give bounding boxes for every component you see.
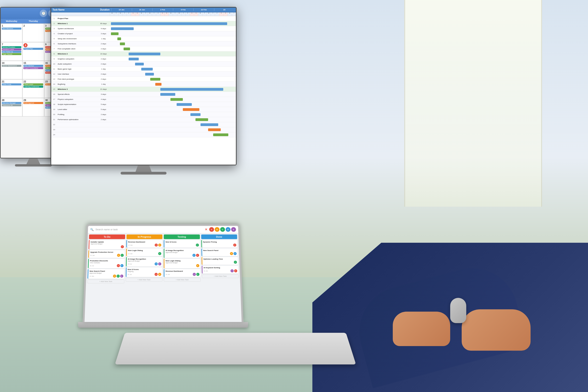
day-num-22: 22 [24,80,43,83]
card-avatar: E [158,262,162,266]
row-name: First client prototype [57,78,97,80]
kanban-card[interactable]: New Login Dialog Approved Budget B [164,259,200,268]
gantt-row: 9 Graphics subsystem 2 days [51,56,236,62]
avatar-3[interactable]: C [220,227,225,232]
cal-day-8: 8 Project Plan [22,42,44,61]
kanban-card[interactable]: Promotion Discounts View Subtasks 31 Jul… [88,259,125,268]
avatar-1[interactable]: A [209,227,214,232]
cal-event[interactable]: Learning Conference [24,86,43,88]
kanban-card[interactable]: New UI Icons Ongoing 31 Jul A B [126,267,162,277]
kanban-card[interactable]: Revenue Dashboard 31 Jul E C [164,269,200,277]
row-num: 13 [51,78,57,80]
row-chart [110,87,236,92]
clock-icon: 🕐 [40,10,47,17]
row-dur: 5 days [97,103,110,106]
cal-event[interactable]: Project Plan [24,48,43,50]
row-name: Milestone 3 [57,88,97,90]
row-num: 7 [51,48,57,50]
day-num-21: 21 [2,80,21,83]
gantt-row: 21 Performance optimization 2 days [51,117,236,122]
kanban-card[interactable]: AI Image Recognition Approved Budget 15 … [126,257,162,266]
kanban-card[interactable]: New UI Icons C [164,240,200,248]
row-dur: 2 days [97,43,110,45]
card-subtitle: Approved Budget [90,272,123,274]
todo-header: To Do [89,234,125,239]
card-footer: A [90,245,124,248]
gantt-row: 17 Physics subsystem 4 days [51,97,236,102]
kanban-card[interactable]: AI Keyword Sorting 31 Jul E A [202,266,238,274]
cal-event[interactable]: New Milestone [2,28,21,30]
card-title: AI Image Recognition [166,250,199,252]
card-title: Installer Update [90,241,124,243]
cal-event[interactable]: Build Approve [24,102,43,104]
cal-event[interactable]: Order Prints [2,83,21,86]
card-subtitle: Approved Budget [128,260,161,262]
cal-event[interactable]: Dev Follow Up [2,51,21,53]
cal-event[interactable]: Client Lunch [24,83,43,86]
card-footer: 12 Jan A B [128,244,161,247]
row-dur: 3 days [97,32,110,35]
laptop-screen: 🔍 Search name or task ✕ A B C D E [84,226,242,322]
card-avatar: B [113,275,116,278]
kanban-col-todo: To Do Installer Update Approved Budget A [86,234,125,320]
card-avatar: B [230,252,233,255]
row-chart [110,36,236,41]
avatar-2[interactable]: B [214,227,220,232]
card-avatar: B [158,244,162,247]
cal-event[interactable]: Server Maintenance [2,65,21,67]
kanban-card[interactable]: New Search Panel Approved Budget 12 Jan … [88,269,124,279]
row-num: 9 [51,58,57,60]
row-name: Performance optimization [57,118,97,120]
cal-event[interactable]: Service Providers [2,46,21,48]
card-date: 31 Jan [90,254,95,256]
row-chart [110,97,236,102]
gantt-row: 8 Milestone 2 10 days [51,52,236,56]
laptop: 🔍 Search name or task ✕ A B C D E [83,219,244,328]
card-avatars: A B [154,244,161,247]
kanban-card[interactable]: AI Image Recognition Approved Budget D A [164,248,200,258]
add-task-todo[interactable]: + Add New Task [87,280,124,284]
card-title: New Search Panel [203,250,236,252]
card-title: New Login Dialog [128,250,161,252]
row-chart [110,31,236,36]
gantt-row: 16 Special effects 3 days [51,92,236,97]
row-name: System architecture [57,28,97,30]
search-input[interactable]: Search name or task [95,228,203,231]
add-task-testing[interactable]: + Add New Task [164,278,200,282]
card-avatar: A [233,244,236,247]
row-name: Basic game logic [57,68,97,70]
cal-event[interactable]: Investors Lunch [2,48,21,50]
kanban-card[interactable]: Upgrade Production Server 31 Jan B C [88,250,125,258]
avatar-5[interactable]: E [231,227,236,232]
kanban-card[interactable]: Dynamic Pricing A [201,240,238,248]
cal-event[interactable]: Yoga Classes [2,53,21,55]
card-footer: 12 Jan B C E [89,275,123,278]
kanban-card[interactable]: New Login Dialog 12 Jan C [126,248,162,256]
clear-search-button[interactable]: ✕ [205,228,208,231]
kanban-card[interactable]: Revenue Dashboard 12 Jan A B [126,240,162,248]
add-task-inprogress[interactable]: + Add New Task [126,278,162,282]
row-num: 17 [51,98,57,100]
card-avatar: A [196,254,199,257]
row-num: 24 [51,134,57,136]
gantt-row: 10 Audio subsystem 2 days [51,62,236,66]
add-task-done[interactable]: + Add New Task [202,274,239,278]
cal-event[interactable]: New Interface [24,65,43,67]
laptop-screen-wrapper: 🔍 Search name or task ✕ A B C D E [83,224,244,322]
gantt-days-subheader: M T W T F S S M T W T F S S M T W [51,12,236,16]
row-name: Scripts implementation [57,103,97,106]
card-footer: 31 Jul A D [90,264,124,267]
cal-event[interactable]: Interview Manager [2,102,21,104]
kanban-card[interactable]: Installer Update Approved Budget A [89,240,125,250]
window-light [404,0,542,207]
row-dur: 65 days [97,22,110,24]
cal-event[interactable]: Expert Consultation [24,67,43,69]
kanban-card[interactable]: Optimize Loading Time C [202,257,238,265]
card-avatar: C [116,275,120,278]
avatar-4[interactable]: D [226,227,230,232]
card-date: 31 Jul [90,265,94,266]
card-avatar: B [117,254,120,257]
kanban-card[interactable]: New Search Panel B D [201,248,238,256]
kanban-col-done: Done Dynamic Pricing A [201,234,240,320]
cal-event[interactable]: Outsource HR [2,104,21,106]
